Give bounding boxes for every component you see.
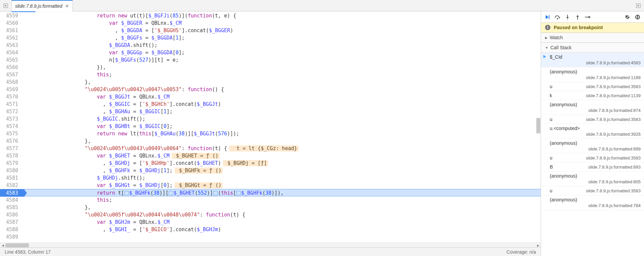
line-number[interactable]: 4577 — [0, 145, 24, 152]
frame-location[interactable]: slide.7.8.9.js:formatted:805 — [550, 179, 641, 184]
code-line[interactable]: 4575 return new lt(this[$_BGHAu(38)][$_B… — [0, 130, 541, 137]
callstack-frame[interactable]: uslide.7.8.9.js:formatted:3583 — [541, 115, 644, 124]
callstack-frame[interactable]: Bslide.7.8.9.js:formatted:893 — [541, 163, 644, 172]
step-target-icon[interactable] — [169, 191, 173, 195]
deactivate-breakpoints-button[interactable] — [623, 13, 632, 21]
code-line[interactable]: 4582 var $_BGHGt = $_BGHDj[0]; $_BGHGt =… — [0, 182, 541, 189]
line-number[interactable]: 4581 — [0, 174, 24, 182]
frame-location[interactable]: slide.7.8.9.js:formatted:893 — [588, 165, 641, 170]
line-number[interactable]: 4587 — [0, 218, 24, 226]
callstack-frame[interactable]: uslide.7.8.9.js:formatted:3583 — [541, 186, 644, 195]
code-line[interactable]: 4586 "\u0024\u005f\u0042\u0044\u0048\u00… — [0, 211, 541, 218]
callstack-frame[interactable]: $_CIdslide.7.8.9.js:formatted:4583 — [541, 53, 644, 67]
file-tab[interactable]: slide.7.8.9.js:formatted ✕ — [11, 0, 73, 11]
callstack-frame[interactable]: (anonymous)slide.7.8.9.js:formatted:874 — [541, 100, 644, 115]
line-number[interactable]: 4563 — [0, 42, 24, 49]
scroll-left-icon[interactable]: ◂ — [0, 243, 5, 247]
line-number[interactable]: 4578 — [0, 152, 24, 159]
code-line[interactable]: 4561 , $_BGGDA = ['$_BGGHS'].concat($_BG… — [0, 27, 541, 34]
step-into-button[interactable] — [563, 13, 572, 21]
code-line[interactable]: 4584 this; — [0, 196, 541, 204]
callstack-frame[interactable]: uslide.7.8.9.js:formatted:3583 — [541, 82, 644, 91]
line-number[interactable]: 4582 — [0, 182, 24, 189]
line-number[interactable]: 4583 — [0, 189, 24, 197]
line-number[interactable]: 4589 — [0, 233, 24, 241]
editor-vertical-scrollbar[interactable] — [536, 12, 541, 243]
line-number[interactable]: 4580 — [0, 167, 24, 174]
code-line[interactable]: 4585 }, — [0, 204, 541, 211]
code-line[interactable]: 4565 n[$_BGGFs(527)][t] = e; — [0, 56, 541, 64]
line-number[interactable]: 4564 — [0, 49, 24, 56]
frame-location[interactable]: slide.7.8.9.js:formatted:3583 — [586, 155, 641, 161]
line-number[interactable]: 4561 — [0, 27, 24, 34]
code-line[interactable]: 4577 "\u0024\u005f\u0043\u0049\u0064": f… — [0, 145, 541, 152]
frame-location[interactable]: slide.7.8.9.js:formatted:3926 — [550, 132, 641, 137]
code-line[interactable]: 4564 var $_BGGGp = $_BGGDA[0]; — [0, 49, 541, 56]
line-number[interactable]: 4560 — [0, 19, 24, 27]
line-number[interactable]: 4579 — [0, 159, 24, 167]
step-target-icon[interactable] — [124, 191, 129, 195]
code-viewport[interactable]: 4559 return new ut(t)[$_BGFJi(85)](funct… — [0, 12, 541, 243]
line-number[interactable]: 4586 — [0, 211, 24, 218]
pause-on-exceptions-button[interactable] — [633, 13, 642, 21]
callstack-frame[interactable]: (anonymous)slide.7.8.9.js:formatted:805 — [541, 172, 644, 186]
frame-location[interactable]: slide.7.8.9.js:formatted:3583 — [586, 117, 641, 122]
line-number[interactable]: 4572 — [0, 108, 24, 115]
callstack-frame[interactable]: u.<computed>slide.7.8.9.js:formatted:392… — [541, 124, 644, 139]
step-button[interactable] — [583, 13, 592, 21]
frame-location[interactable]: slide.7.8.9.js:formatted:1188 — [550, 75, 641, 80]
code-line[interactable]: 4560 var $_BGGER = QBLnx.$_CM — [0, 19, 541, 27]
resume-button[interactable] — [543, 13, 552, 21]
code-line[interactable]: 4566 }), — [0, 64, 541, 71]
code-line[interactable]: 4569 "\u0024\u005f\u0042\u0047\u0053": f… — [0, 86, 541, 93]
code-line[interactable]: 4581 $_BGHDj.shift(); — [0, 174, 541, 182]
callstack-frame[interactable]: (anonymous)slide.7.8.9.js:formatted:1188 — [541, 67, 644, 82]
line-number[interactable]: 4576 — [0, 137, 24, 145]
code-line[interactable]: 4573 $_BGGIC.shift(); — [0, 115, 541, 123]
code-line[interactable]: 4583 return t[$_BGHFk(38)][$_BGHET(552)]… — [0, 189, 541, 196]
callstack-section-header[interactable]: ▼ Call Stack — [541, 43, 644, 53]
watch-section-header[interactable]: ▶ Watch — [541, 33, 644, 43]
line-number[interactable]: 4567 — [0, 71, 24, 78]
callstack-frame[interactable]: (anonymous)slide.7.8.9.js:formatted:784 — [541, 195, 644, 210]
line-number[interactable]: 4573 — [0, 115, 24, 123]
line-number[interactable]: 4584 — [0, 196, 24, 204]
frame-location[interactable]: slide.7.8.9.js:formatted:874 — [550, 108, 641, 113]
line-number[interactable]: 4575 — [0, 130, 24, 137]
line-number[interactable]: 4570 — [0, 93, 24, 101]
scroll-right-icon[interactable]: ▸ — [535, 243, 541, 247]
code-line[interactable]: 4568 }, — [0, 78, 541, 86]
line-number[interactable]: 4585 — [0, 204, 24, 211]
frame-location[interactable]: slide.7.8.9.js:formatted:4583 — [550, 60, 641, 65]
code-line[interactable]: 4587 var $_BGHJm = QBLnx.$_CM — [0, 218, 541, 226]
callstack-frame[interactable]: (anonymous)slide.7.8.9.js:formatted:899 — [541, 139, 644, 153]
code-line[interactable]: 4563 $_BGGDA.shift(); — [0, 42, 541, 49]
line-number[interactable]: 4574 — [0, 123, 24, 130]
line-number[interactable]: 4565 — [0, 56, 24, 64]
frame-location[interactable]: slide.7.8.9.js:formatted:899 — [550, 146, 641, 151]
line-number[interactable]: 4571 — [0, 101, 24, 108]
show-navigator-icon[interactable] — [0, 0, 11, 11]
frame-location[interactable]: slide.7.8.9.js:formatted:3583 — [586, 84, 641, 89]
step-out-button[interactable] — [573, 13, 582, 21]
step-target-icon[interactable] — [213, 191, 218, 195]
line-number[interactable]: 4588 — [0, 226, 24, 233]
code-line[interactable]: 4559 return new ut(t)[$_BGFJi(85)](funct… — [0, 12, 541, 19]
code-line[interactable]: 4578 var $_BGHET = QBLnx.$_CM $_BGHET = … — [0, 152, 541, 159]
tab-close-icon[interactable]: ✕ — [65, 3, 69, 9]
line-number[interactable]: 4569 — [0, 86, 24, 93]
line-number[interactable]: 4559 — [0, 12, 24, 19]
code-line[interactable]: 4580 , $_BGHFk = $_BGHDj[1]; $_BGHFk = ƒ… — [0, 167, 541, 174]
step-target-icon[interactable] — [236, 191, 241, 195]
code-line[interactable]: 4579 , $_BGHDj = ['$_BGHHp'].concat($_BG… — [0, 159, 541, 167]
code-line[interactable]: 4576 }, — [0, 137, 541, 145]
line-number[interactable]: 4566 — [0, 64, 24, 71]
code-line[interactable]: 4562 , $_BGGFs = $_BGGDA[1]; — [0, 34, 541, 42]
code-line[interactable]: 4570 var $_BGGJt = QBLnx.$_CM — [0, 93, 541, 101]
code-line[interactable]: 4574 var $_BGHBt = $_BGGIC[0]; — [0, 123, 541, 130]
callstack-frame[interactable]: uslide.7.8.9.js:formatted:3583 — [541, 153, 644, 163]
line-number[interactable]: 4568 — [0, 78, 24, 86]
code-line[interactable]: 4567 this; — [0, 71, 541, 78]
frame-location[interactable]: slide.7.8.9.js:formatted:3583 — [586, 188, 641, 193]
line-number[interactable]: 4562 — [0, 34, 24, 42]
